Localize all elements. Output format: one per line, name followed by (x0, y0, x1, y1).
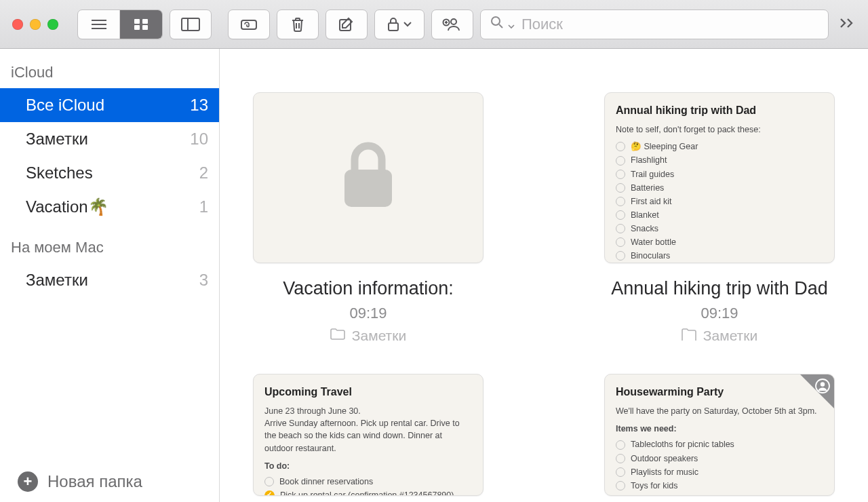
list-item: Water bottle (616, 235, 823, 249)
window-minimize-button[interactable] (30, 19, 41, 30)
list-item: Outdoor speakers (616, 452, 823, 465)
notes-grid: Vacation information: 09:19 Заметки Annu… (247, 92, 841, 496)
list-item: Tablecloths for picnic tables (616, 438, 823, 451)
list-item: Blanket (616, 208, 823, 222)
list-item: Trail guides (616, 168, 823, 181)
toggle-sidebar-button[interactable] (170, 9, 212, 39)
note-preview-section-label: To do: (264, 460, 472, 472)
svg-rect-5 (134, 25, 140, 30)
workspace: iCloud Все iCloud 13 Заметки 10 Sketches… (0, 49, 868, 502)
sidebar-item-count: 2 (199, 163, 208, 182)
note-folder-row: Заметки (682, 328, 757, 344)
note-folder-label: Заметки (703, 328, 757, 344)
chevron-down-icon (403, 22, 412, 27)
sidebar-section-header-onmymac: На моем Mac (0, 224, 219, 263)
plus-circle-icon: + (18, 471, 38, 492)
list-view-button[interactable] (78, 10, 120, 39)
svg-point-14 (451, 19, 456, 24)
svg-rect-4 (142, 19, 148, 24)
grid-view-button[interactable] (120, 10, 162, 39)
note-folder-row: Заметки (330, 328, 406, 344)
list-item: Pick up rental car (confirmation #123456… (264, 488, 472, 496)
sidebar-item-sketches[interactable]: Sketches 2 (0, 156, 219, 190)
checkbox-icon (616, 467, 625, 477)
checkbox-icon (616, 156, 625, 166)
note-preview-body: June 23 through June 30. Arrive Sunday a… (264, 405, 472, 455)
note-thumbnail: Upcoming Travel June 23 through June 30.… (253, 374, 484, 496)
svg-rect-3 (134, 19, 140, 24)
svg-point-18 (492, 17, 500, 25)
toolbar-overflow-button[interactable] (835, 18, 860, 31)
window-close-button[interactable] (12, 19, 23, 30)
list-item: Book dinner reservations (264, 475, 472, 488)
note-folder-label: Заметки (352, 328, 406, 344)
compose-button[interactable] (326, 9, 368, 39)
sidebar-item-count: 13 (190, 96, 208, 115)
note-card[interactable]: Annual hiking trip with Dad Note to self… (601, 92, 838, 344)
list-item: Hand sanitiser (616, 263, 823, 263)
folder-icon (682, 328, 696, 344)
search-icon (490, 16, 504, 33)
note-preview-checklist: Book dinner reservations Pick up rental … (264, 475, 472, 496)
svg-line-19 (499, 24, 502, 28)
note-preview-body: We'll have the party on Saturday, Octobe… (616, 405, 823, 417)
sidebar-item-all-icloud[interactable]: Все iCloud 13 (0, 88, 219, 122)
list-item: Binoculars (616, 249, 823, 263)
list-item: Playlists for music (616, 465, 823, 479)
sidebar-item-notes[interactable]: Заметки 10 (0, 122, 219, 156)
lock-icon (338, 139, 399, 216)
checkbox-icon (264, 477, 274, 486)
lock-menu-button[interactable] (374, 9, 425, 39)
svg-rect-13 (389, 23, 398, 31)
checkbox-icon (616, 210, 625, 220)
note-thumbnail: Housewarming Party We'll have the party … (604, 374, 835, 496)
note-preview-heading: Annual hiking trip with Dad (616, 102, 823, 118)
list-item: First aid kit (616, 195, 823, 208)
sidebar-item-count: 1 (199, 197, 208, 216)
note-thumbnail: Annual hiking trip with Dad Note to self… (604, 92, 835, 263)
sidebar-section-header-icloud: iCloud (0, 49, 219, 88)
sidebar-item-label: Sketches (26, 163, 93, 182)
checkbox-icon (616, 251, 625, 260)
note-preview-sub: Note to self, don't forget to pack these… (616, 123, 823, 136)
lock-icon (387, 17, 399, 32)
list-item: Toys for kids (616, 479, 823, 493)
attach-button[interactable] (228, 9, 270, 39)
sidebar-item-vacation[interactable]: Vacation🌴 1 (0, 190, 219, 224)
folder-icon (330, 328, 345, 344)
sidebar-item-count: 3 (199, 271, 208, 290)
note-preview-section-label: Items we need: (616, 423, 823, 435)
note-card[interactable]: Vacation information: 09:19 Заметки (250, 92, 487, 344)
note-card[interactable]: Housewarming Party We'll have the party … (601, 374, 838, 496)
new-folder-label: Новая папка (47, 472, 142, 491)
add-collaborator-button[interactable] (431, 9, 473, 39)
titlebar (0, 0, 868, 49)
sidebar-item-label: Vacation🌴 (26, 197, 108, 216)
note-preview-checklist: Tablecloths for picnic tables Outdoor sp… (616, 438, 823, 493)
checkbox-icon (616, 170, 625, 179)
note-preview-checklist: 🤔 Sleeping Gear Flashlight Trail guides … (616, 140, 823, 263)
checkbox-icon (616, 481, 625, 490)
window-maximize-button[interactable] (47, 19, 58, 30)
checkbox-icon (616, 142, 625, 151)
sidebar-item-local-notes[interactable]: Заметки 3 (0, 263, 219, 297)
checkbox-icon (616, 183, 625, 193)
svg-rect-6 (142, 25, 148, 30)
search-field[interactable] (480, 9, 829, 39)
checkbox-icon (616, 237, 625, 247)
sidebar-item-label: Заметки (26, 271, 88, 290)
note-title: Annual hiking trip with Dad (611, 278, 828, 299)
note-time: 09:19 (701, 305, 738, 322)
new-folder-button[interactable]: + Новая папка (0, 461, 219, 502)
checkbox-checked-icon (264, 490, 275, 497)
list-item: 🤔 Sleeping Gear (616, 140, 823, 153)
note-preview-heading: Housewarming Party (616, 384, 823, 400)
search-input[interactable] (521, 16, 818, 33)
svg-rect-7 (182, 18, 199, 31)
sidebar: iCloud Все iCloud 13 Заметки 10 Sketches… (0, 49, 220, 502)
sidebar-item-label: Все iCloud (26, 96, 104, 115)
delete-button[interactable] (277, 9, 319, 39)
note-card[interactable]: Upcoming Travel June 23 through June 30.… (250, 374, 487, 496)
list-item: Flashlight (616, 153, 823, 167)
notes-grid-area: Vacation information: 09:19 Заметки Annu… (220, 49, 868, 502)
